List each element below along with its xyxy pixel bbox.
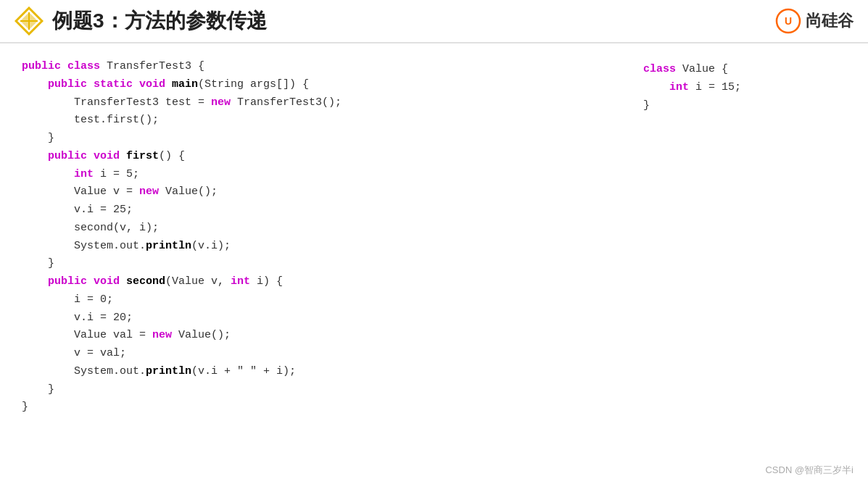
code-line-9: second(v, i); xyxy=(22,220,614,238)
code-token: public xyxy=(48,275,94,288)
code-line-17: System.out.println(v.i + " " + i); xyxy=(22,363,614,381)
code-token: int xyxy=(74,168,100,180)
code-token: } xyxy=(22,401,28,413)
code-line-14: v.i = 20; xyxy=(22,309,614,327)
code-token: Value v = xyxy=(74,185,139,198)
code-token: public xyxy=(48,150,94,162)
page-title: 例题3：方法的参数传递 xyxy=(52,7,267,35)
code-token: ; xyxy=(133,168,139,180)
header: 例题3：方法的参数传递 U 尚硅谷 xyxy=(0,0,868,43)
code-token: () { xyxy=(159,150,185,162)
code-token: i = 0; xyxy=(74,293,113,306)
watermark: CSDN @智商三岁半i xyxy=(765,464,853,477)
code-token: v = val; xyxy=(74,347,126,359)
code-token: new xyxy=(152,329,178,341)
code-token: second xyxy=(126,275,165,288)
code-line-4: } xyxy=(22,130,614,148)
code-token: (v.i); xyxy=(191,240,231,252)
code-token: (String args[]) { xyxy=(198,78,309,91)
code-token: i = xyxy=(100,168,126,180)
code-token: (v.i + " " + i); xyxy=(191,365,296,377)
code-token: (Value v, xyxy=(165,275,231,288)
code-token: main xyxy=(172,78,198,91)
code-token: TransferTest3(); xyxy=(237,96,342,109)
brand-logo-icon: U xyxy=(775,8,801,34)
code-right: class Value { int i = 15;} xyxy=(643,58,846,470)
code-line-11: } xyxy=(22,255,614,273)
code-line-13: i = 0; xyxy=(22,291,614,309)
code-token: System.out. xyxy=(74,240,146,252)
code-token: class xyxy=(643,63,682,75)
code-token: void xyxy=(139,78,172,91)
code-token: Value(); xyxy=(165,185,218,198)
header-right: U 尚硅谷 xyxy=(775,8,853,34)
code-token: } xyxy=(48,132,54,144)
code-token: } xyxy=(48,383,54,396)
main-content: public class TransferTest3 { public stat… xyxy=(0,43,868,484)
code-token: TransferTest3 test = xyxy=(74,96,211,109)
brand-name-text: 尚硅谷 xyxy=(806,10,853,32)
code-token: public xyxy=(22,60,67,72)
code-line-19: } xyxy=(22,399,614,417)
code-token: new xyxy=(139,185,165,198)
code-token: 5 xyxy=(126,168,133,180)
code-token: i = 15; xyxy=(695,81,741,93)
code-token: } xyxy=(643,99,650,112)
header-left: 例题3：方法的参数传递 xyxy=(15,7,267,36)
code-token: class xyxy=(67,60,107,72)
code-line-3: test.first(); xyxy=(22,112,614,130)
code-line-1: int i = 15; xyxy=(643,79,846,97)
code-token: void xyxy=(94,150,126,162)
code-token xyxy=(643,81,669,93)
code-line-16: v = val; xyxy=(22,345,614,363)
code-line-7: Value v = new Value(); xyxy=(22,183,614,201)
code-token: System.out. xyxy=(74,365,146,377)
code-line-10: System.out.println(v.i); xyxy=(22,238,614,256)
code-token: println xyxy=(146,240,191,252)
code-token: new xyxy=(211,96,237,109)
code-token: second(v, i); xyxy=(74,222,159,234)
code-line-18: } xyxy=(22,381,614,399)
code-line-5: public void first() { xyxy=(22,148,614,166)
code-token: first xyxy=(126,150,159,162)
code-token: int xyxy=(669,81,695,93)
code-token: Value { xyxy=(682,63,728,75)
code-token: i) { xyxy=(257,275,283,288)
code-token: v.i = 20; xyxy=(74,312,133,324)
code-line-0: public class TransferTest3 { xyxy=(22,58,614,76)
code-token: test.first(); xyxy=(74,114,159,126)
code-line-1: public static void main(String args[]) { xyxy=(22,76,614,94)
code-token: void xyxy=(94,275,126,288)
code-token: println xyxy=(146,365,191,377)
code-left: public class TransferTest3 { public stat… xyxy=(22,58,614,470)
code-token: TransferTest3 { xyxy=(107,60,204,72)
code-line-6: int i = 5; xyxy=(22,166,614,184)
code-token: v.i = 25; xyxy=(74,204,133,216)
code-token: int xyxy=(231,275,257,288)
code-line-12: public void second(Value v, int i) { xyxy=(22,273,614,291)
code-line-2: } xyxy=(643,97,846,115)
code-line-2: TransferTest3 test = new TransferTest3()… xyxy=(22,94,614,112)
code-token: } xyxy=(48,257,54,270)
code-token: public xyxy=(48,78,94,91)
code-token: Value val = xyxy=(74,329,152,341)
svg-text:U: U xyxy=(785,15,792,27)
diamond-logo-icon xyxy=(15,7,44,36)
code-line-0: class Value { xyxy=(643,61,846,79)
code-line-8: v.i = 25; xyxy=(22,201,614,220)
code-line-15: Value val = new Value(); xyxy=(22,327,614,345)
code-token: Value(); xyxy=(178,329,231,341)
code-token: static xyxy=(94,78,139,91)
